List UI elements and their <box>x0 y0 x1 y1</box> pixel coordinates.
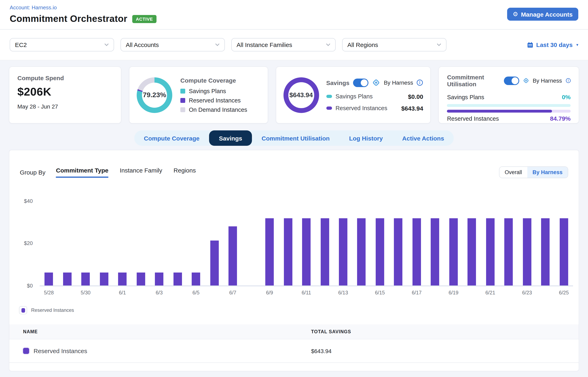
by-harness-label: By Harness <box>384 79 413 86</box>
x-axis-tick: 6/9 <box>260 290 279 296</box>
column-header-total-savings: TOTAL SAVINGS <box>311 329 579 334</box>
utilisation-row-label: Savings Plans <box>447 94 484 100</box>
info-icon[interactable] <box>417 79 423 86</box>
x-axis-tick: 6/11 <box>297 290 316 296</box>
bar-6/10[interactable] <box>284 218 292 285</box>
x-axis-tick <box>316 290 334 296</box>
tab-compute-coverage[interactable]: Compute Coverage <box>134 130 209 146</box>
bar-6/7[interactable] <box>229 226 237 285</box>
savings-donut-value: $643.94 <box>288 82 314 108</box>
bar-slot <box>371 218 389 285</box>
chevron-down-icon <box>437 43 441 46</box>
bar-slot <box>95 272 113 285</box>
bar-6/18[interactable] <box>431 218 439 285</box>
savings-row-label: Savings Plans <box>335 93 373 100</box>
service-filter-select[interactable]: EC2 <box>10 38 114 51</box>
bar-slot <box>40 272 58 285</box>
bar-6/19[interactable] <box>449 218 458 285</box>
x-axis-tick <box>168 290 187 296</box>
table-row[interactable]: Reserved Instances $643.94 <box>9 339 579 363</box>
bar-6/11[interactable] <box>302 218 311 285</box>
x-axis-tick <box>499 290 518 296</box>
compute-spend-card: Compute Spend $206K May 28 - Jun 27 <box>9 66 121 124</box>
group-by-instance-family[interactable]: Instance Family <box>120 167 162 178</box>
y-axis-tick: $0 <box>9 283 33 289</box>
page-header: Account: Harness.io Commitment Orchestra… <box>0 0 588 30</box>
bar-6/13[interactable] <box>339 218 347 285</box>
by-harness-toggle[interactable] <box>504 76 519 85</box>
tab-savings[interactable]: Savings <box>209 130 252 146</box>
info-icon[interactable] <box>566 77 571 84</box>
regions-filter-select[interactable]: All Regions <box>342 38 446 51</box>
bar-6/6[interactable] <box>210 241 219 285</box>
bar-6/12[interactable] <box>321 218 329 285</box>
tab-commitment-utilisation[interactable]: Commitment Utilisation <box>252 130 340 146</box>
bar-slot <box>536 218 555 285</box>
bar-5/29[interactable] <box>63 272 71 285</box>
bar-slot <box>279 218 297 285</box>
bar-6/25[interactable] <box>560 218 568 285</box>
coverage-donut: 79.23% <box>137 77 172 113</box>
bar-6/4[interactable] <box>173 272 182 285</box>
bar-slot <box>555 218 573 285</box>
savings-row-label: Reserved Instances <box>335 105 387 111</box>
group-by-regions[interactable]: Regions <box>174 167 196 178</box>
bar-5/30[interactable] <box>81 272 90 285</box>
bar-6/2[interactable] <box>136 272 145 285</box>
bar-6/16[interactable] <box>394 218 403 285</box>
compute-spend-period: May 28 - Jun 27 <box>17 103 113 110</box>
commitment-orchestrator-page: Account: Harness.io Commitment Orchestra… <box>0 0 588 377</box>
x-axis-tick: 6/17 <box>407 290 426 296</box>
page-title: Commitment Orchestrator <box>10 13 127 24</box>
tab-active-actions[interactable]: Active Actions <box>392 130 454 146</box>
legend-item: On Demand Instances <box>180 106 247 113</box>
bar-6/5[interactable] <box>192 272 200 285</box>
view-overall-option[interactable]: Overall <box>499 167 527 178</box>
bar-6/17[interactable] <box>412 218 421 285</box>
chevron-down-icon <box>215 43 220 46</box>
bar-plot <box>40 201 573 286</box>
tab-log-history[interactable]: Log History <box>339 130 392 146</box>
account-link[interactable]: Account: Harness.io <box>10 0 578 11</box>
reserved-instances-swatch <box>326 106 332 110</box>
x-axis-tick <box>279 290 297 296</box>
accounts-filter-select[interactable]: All Accounts <box>121 38 225 51</box>
bar-6/22[interactable] <box>504 218 513 285</box>
x-axis-tick: 6/25 <box>555 290 573 296</box>
column-header-name: NAME <box>9 329 311 334</box>
harness-logo-icon <box>523 77 529 85</box>
reserved-instances-swatch <box>23 348 29 354</box>
bar-6/3[interactable] <box>155 272 163 285</box>
legend-checkbox[interactable] <box>19 306 27 314</box>
bar-5/28[interactable] <box>44 272 53 285</box>
bar-6/15[interactable] <box>376 218 384 285</box>
legend-label: Savings Plans <box>189 88 226 94</box>
manage-accounts-button[interactable]: ⚙ Manage Accounts <box>507 8 578 21</box>
legend-label: Reserved Instances <box>189 97 241 104</box>
x-axis-labels: 5/285/306/16/36/56/76/96/116/136/156/176… <box>40 290 573 296</box>
compute-coverage-card: 79.23% Compute Coverage Savings Plans Re… <box>129 66 268 124</box>
bar-slot <box>150 272 168 285</box>
utilisation-row-percent: 0% <box>562 94 571 100</box>
y-axis-tick: $20 <box>9 240 33 246</box>
view-by-harness-option[interactable]: By Harness <box>527 167 568 178</box>
instance-families-filter-select[interactable]: All Instance Families <box>231 38 336 51</box>
bar-6/23[interactable] <box>523 218 531 285</box>
bar-6/24[interactable] <box>541 218 550 285</box>
by-harness-toggle[interactable] <box>353 78 368 87</box>
manage-accounts-label: Manage Accounts <box>521 11 573 18</box>
bar-slot <box>352 218 371 285</box>
bar-6/1[interactable] <box>118 272 127 285</box>
filter-bar: EC2 All Accounts All Instance Families A… <box>0 30 588 60</box>
coverage-donut-value: 79.23% <box>142 82 167 107</box>
group-by-commitment-type[interactable]: Commitment Type <box>56 167 108 178</box>
savings-panel: Group By Commitment Type Instance Family… <box>9 150 579 371</box>
bar-6/14[interactable] <box>357 218 366 285</box>
bar-slot <box>444 218 463 285</box>
bar-5/31[interactable] <box>100 272 108 285</box>
bar-6/21[interactable] <box>486 218 495 285</box>
date-range-picker[interactable]: Last 30 days ▾ <box>527 41 578 48</box>
bar-slot <box>260 218 279 285</box>
bar-6/20[interactable] <box>468 218 476 285</box>
bar-6/9[interactable] <box>265 218 274 285</box>
